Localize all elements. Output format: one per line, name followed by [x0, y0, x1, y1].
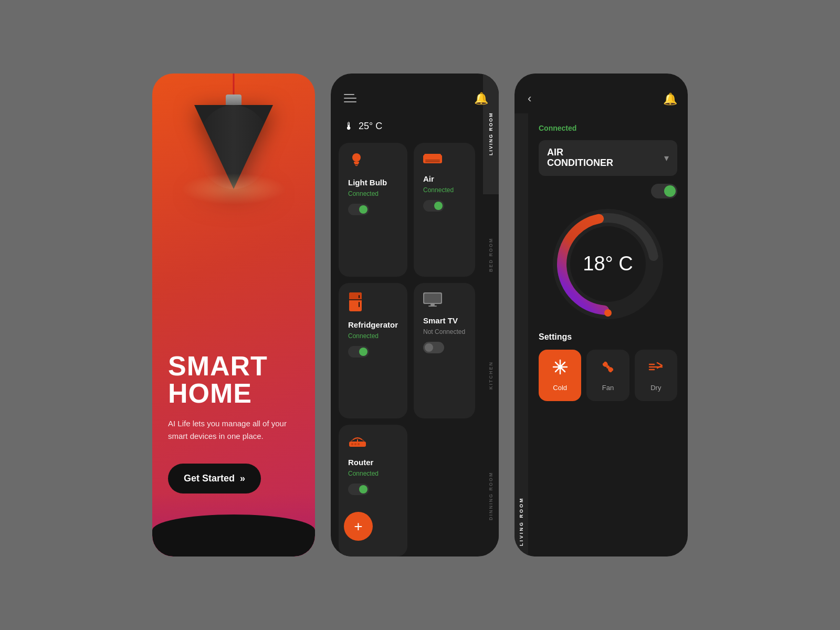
phone1-bottom	[152, 494, 315, 556]
power-toggle[interactable]	[651, 184, 677, 198]
setting-dry[interactable]: Dry	[635, 350, 677, 401]
device-status-air: Connected	[423, 186, 466, 194]
settings-grid: Cold Fan	[539, 350, 677, 401]
toggle-refrigerator[interactable]	[348, 346, 398, 358]
svg-rect-11	[359, 302, 360, 307]
smart-home-title: SMART HOME	[168, 352, 299, 407]
air-icon	[423, 152, 466, 169]
phone3-header: ‹ 🔔	[514, 74, 688, 113]
device-status-router: Connected	[348, 470, 398, 477]
arrow-icon: »	[240, 473, 245, 484]
phone2-devices: LIVING ROOM BED ROOM KITCHEN DINNING ROO…	[331, 74, 499, 556]
notification-bell-icon-2[interactable]: 🔔	[663, 92, 675, 105]
get-started-button[interactable]: Get Started »	[168, 464, 261, 494]
smart-home-description: AI Life lets you manage all of your smar…	[168, 417, 299, 443]
toggle-smart-tv[interactable]	[423, 342, 466, 353]
ac-device-selector[interactable]: AIR CONDITIONER ▾	[539, 140, 677, 176]
setting-fan[interactable]: Fan	[586, 350, 629, 401]
phone3-ac-control: ‹ 🔔 LIVING ROOM Connected AIR CONDITIONE…	[514, 74, 688, 556]
svg-point-0	[352, 153, 361, 162]
room-label: LIVING ROOM	[514, 113, 528, 556]
refrigerator-icon	[348, 292, 398, 315]
lamp-glow	[181, 173, 286, 205]
thermometer-icon: 🌡	[344, 120, 354, 132]
device-card-refrigerator[interactable]: Refridgerator Connected	[339, 283, 407, 419]
svg-rect-5	[425, 160, 440, 161]
svg-rect-2	[354, 163, 359, 164]
device-status-smart-tv: Not Connected	[423, 328, 466, 335]
svg-rect-14	[430, 304, 435, 306]
toggle-router[interactable]	[348, 484, 398, 495]
settings-label: Settings	[539, 332, 677, 342]
toggle-air[interactable]	[423, 200, 466, 212]
ac-device-name: AIR CONDITIONER	[547, 148, 613, 169]
phone1-bottom-pill	[152, 514, 315, 556]
svg-point-29	[558, 365, 562, 369]
device-card-light-bulb[interactable]: Light Bulb Connected	[339, 143, 407, 277]
cold-icon	[552, 359, 568, 379]
dial-indicator-dot	[604, 309, 612, 317]
light-bulb-icon	[348, 152, 398, 173]
phone3-body: LIVING ROOM Connected AIR CONDITIONER ▾	[514, 113, 688, 556]
svg-rect-1	[354, 162, 359, 163]
svg-rect-10	[359, 295, 360, 298]
cold-label: Cold	[553, 384, 567, 392]
svg-rect-19	[358, 443, 360, 445]
back-button[interactable]: ‹	[528, 92, 531, 106]
toggle-light-bulb[interactable]	[348, 204, 398, 215]
device-card-air[interactable]: Air Connected	[414, 143, 475, 277]
notification-bell-icon[interactable]: 🔔	[474, 92, 486, 104]
device-status-light-bulb: Connected	[348, 190, 398, 197]
device-card-smart-tv[interactable]: Smart TV Not Connected	[414, 283, 475, 419]
device-status-refrigerator: Connected	[348, 332, 398, 340]
power-toggle-row	[539, 184, 677, 198]
side-label-bed-room[interactable]: BED ROOM	[483, 194, 499, 315]
lamp-shade	[194, 105, 273, 189]
temperature-dial[interactable]: 18° C	[550, 206, 666, 322]
fan-icon	[600, 359, 616, 379]
svg-rect-4	[424, 154, 441, 157]
phone3-main: Connected AIR CONDITIONER ▾	[528, 113, 688, 556]
temperature-value: 25° C	[359, 121, 382, 132]
device-name-air: Air	[423, 174, 466, 183]
svg-rect-15	[428, 306, 437, 307]
lamp	[194, 94, 273, 189]
device-name-light-bulb: Light Bulb	[348, 178, 398, 187]
dry-icon	[648, 359, 664, 379]
fan-label: Fan	[602, 384, 614, 392]
dry-label: Dry	[650, 384, 661, 392]
svg-rect-13	[424, 293, 441, 303]
phone1-smart-home: SMART HOME AI Life lets you manage all o…	[152, 74, 315, 556]
chevron-down-icon: ▾	[664, 152, 669, 164]
svg-rect-8	[349, 292, 362, 300]
router-icon	[348, 434, 398, 453]
svg-point-30	[606, 365, 610, 369]
side-labels: LIVING ROOM BED ROOM KITCHEN DINNING ROO…	[483, 74, 499, 556]
device-name-router: Router	[348, 458, 398, 467]
side-label-dinning-room[interactable]: DINNING ROOM	[483, 436, 499, 556]
power-toggle-dot	[664, 185, 676, 197]
device-name-smart-tv: Smart TV	[423, 316, 466, 325]
temperature-display: 18° C	[583, 253, 633, 275]
add-device-button[interactable]: +	[344, 512, 373, 541]
side-label-kitchen[interactable]: KITCHEN	[483, 315, 499, 436]
menu-icon[interactable]	[344, 94, 356, 102]
smart-tv-icon	[423, 292, 466, 311]
connected-status: Connected	[539, 124, 677, 132]
temperature-row: 🌡 25° C	[331, 115, 499, 143]
svg-rect-17	[351, 443, 353, 445]
device-name-refrigerator: Refridgerator	[348, 320, 398, 329]
phone2-header: 🔔	[331, 74, 499, 115]
svg-rect-18	[354, 443, 356, 445]
lamp-cap	[226, 94, 242, 105]
svg-rect-6	[425, 161, 440, 162]
devices-grid: Light Bulb Connected Air Connected	[331, 143, 483, 556]
setting-cold[interactable]: Cold	[539, 350, 581, 401]
